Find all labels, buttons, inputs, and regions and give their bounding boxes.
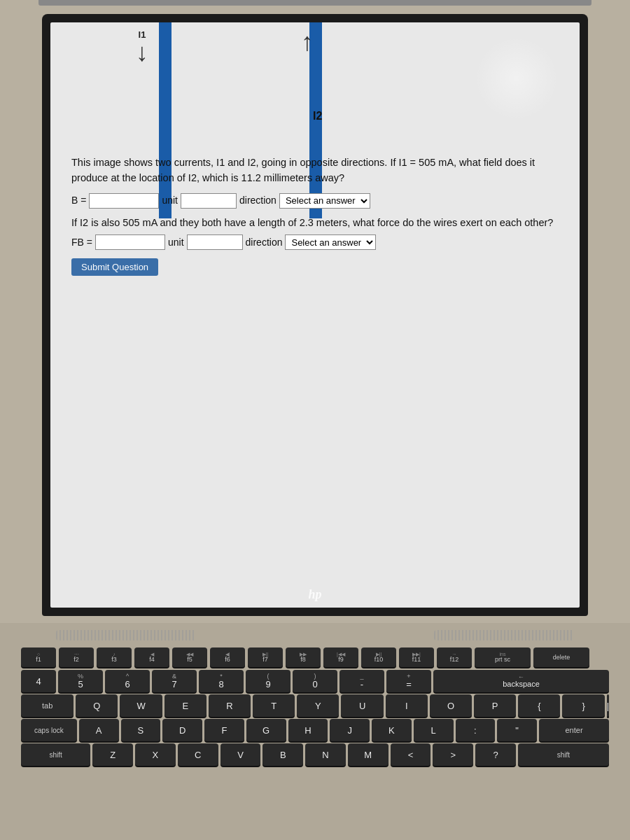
key-k[interactable]: K <box>372 719 412 741</box>
fb-unit-input[interactable] <box>187 234 243 250</box>
key-caps[interactable]: caps lock <box>21 719 77 741</box>
screen-glare <box>475 36 559 120</box>
hp-logo: hp <box>308 587 321 602</box>
submit-button[interactable]: Submit Question <box>71 258 158 276</box>
problem-area: This image shows two currents, I1 and I2… <box>64 148 566 283</box>
key-f[interactable]: F <box>204 719 244 741</box>
b-direction-select[interactable]: Select an answer Toward I2 Away from I2 … <box>279 193 370 209</box>
key-t[interactable]: T <box>253 694 295 717</box>
key-s[interactable]: S <box>121 719 161 741</box>
key-9[interactable]: ( 9 <box>246 670 290 692</box>
key-r[interactable]: R <box>209 694 251 717</box>
b-unit-input[interactable] <box>181 193 237 209</box>
b-value-input[interactable] <box>89 193 159 209</box>
key-a[interactable]: A <box>79 719 119 741</box>
key-5[interactable]: % 5 <box>58 670 103 692</box>
fn-key-row: ○ f1 ⋯ f2 ♪ f3 ◀ f4 ◀◀ f5 <box>21 648 609 667</box>
key-q[interactable]: Q <box>76 694 118 717</box>
key-backslash[interactable]: | <box>607 694 609 717</box>
laptop-hinge <box>38 0 592 6</box>
key-shift-right[interactable]: shift <box>518 743 609 766</box>
key-y[interactable]: Y <box>297 694 339 717</box>
key-slash[interactable]: ? <box>475 743 516 766</box>
key-comma[interactable]: < <box>391 743 431 766</box>
fb-value-input[interactable] <box>95 234 165 250</box>
key-6[interactable]: ^ 6 <box>105 670 150 692</box>
speaker-right <box>434 630 574 640</box>
key-f12[interactable]: → f12 <box>437 648 472 667</box>
key-0[interactable]: ) 0 <box>293 670 337 692</box>
key-quote[interactable]: " <box>497 719 537 741</box>
key-f6[interactable]: ◀| f6 <box>210 648 245 667</box>
key-p[interactable]: P <box>474 694 516 717</box>
i2-arrow: ↑ <box>301 29 314 55</box>
b-input-row: B = unit direction Select an answer Towa… <box>71 193 559 209</box>
asdf-row: caps lock A S D F G H J K L : " enter <box>21 719 609 741</box>
key-u[interactable]: U <box>341 694 383 717</box>
number-key-row: 4 % 5 ^ 6 & 7 * 8 ( <box>21 670 609 692</box>
fb-direction-select[interactable]: Select an answer Attractive Repulsive In… <box>285 234 376 250</box>
key-d[interactable]: D <box>162 719 202 741</box>
key-e[interactable]: E <box>164 694 206 717</box>
key-delete[interactable]: delete <box>533 648 589 667</box>
key-f2[interactable]: ⋯ f2 <box>59 648 94 667</box>
speaker-left <box>56 630 196 640</box>
key-v[interactable]: V <box>220 743 261 766</box>
key-prt-sc[interactable]: ins prt sc <box>475 648 531 667</box>
key-w[interactable]: W <box>120 694 162 717</box>
key-f9[interactable]: |◀◀ f9 <box>323 648 358 667</box>
key-f8[interactable]: ▶▶ f8 <box>286 648 321 667</box>
qwerty-row: tab Q W E R T Y U I O P { } | <box>21 694 609 717</box>
key-i[interactable]: I <box>386 694 428 717</box>
problem-text-2: If I2 is also 505 mA and they both have … <box>71 216 559 231</box>
key-f1[interactable]: ○ f1 <box>21 648 56 667</box>
laptop-body: I1 ↓ ↑ I2 This image shows two currents,… <box>0 0 630 840</box>
key-tab[interactable]: tab <box>21 694 74 717</box>
i2-label: I2 <box>313 110 322 122</box>
zxcv-row: shift Z X C V B N M < > ? shift <box>21 743 609 766</box>
key-g[interactable]: G <box>246 719 286 741</box>
key-f3[interactable]: ♪ f3 <box>97 648 132 667</box>
key-7[interactable]: & 7 <box>152 670 197 692</box>
key-f4[interactable]: ◀ f4 <box>134 648 169 667</box>
key-f11[interactable]: ▶▶| f11 <box>399 648 434 667</box>
fb-input-row: FB = unit direction Select an answer Att… <box>71 234 559 250</box>
direction-label-2: direction <box>246 235 283 250</box>
key-c[interactable]: C <box>178 743 218 766</box>
direction-label-1: direction <box>239 193 276 208</box>
key-o[interactable]: O <box>430 694 472 717</box>
key-j[interactable]: J <box>330 719 370 741</box>
key-open-bracket[interactable]: { <box>518 694 560 717</box>
key-shift-left[interactable]: shift <box>21 743 90 766</box>
keyboard-area: ○ f1 ⋯ f2 ♪ f3 ◀ f4 ◀◀ f5 <box>0 623 630 840</box>
key-h[interactable]: H <box>288 719 328 741</box>
key-n[interactable]: N <box>305 743 346 766</box>
b-label: B = <box>71 193 86 208</box>
key-backspace[interactable]: ← backspace <box>433 670 609 692</box>
key-minus[interactable]: _ - <box>340 670 384 692</box>
key-x[interactable]: X <box>135 743 176 766</box>
key-z[interactable]: Z <box>92 743 133 766</box>
key-equals[interactable]: + = <box>386 670 431 692</box>
key-l[interactable]: L <box>414 719 454 741</box>
problem-text-1: This image shows two currents, I1 and I2… <box>71 155 559 186</box>
key-close-bracket[interactable]: } <box>562 694 604 717</box>
key-f5[interactable]: ◀◀ f5 <box>172 648 207 667</box>
screen-content: I1 ↓ ↑ I2 This image shows two currents,… <box>50 22 580 608</box>
key-f7[interactable]: ▶|| f7 <box>248 648 283 667</box>
key-8[interactable]: * 8 <box>199 670 244 692</box>
i1-indicator: I1 ↓ <box>136 29 148 65</box>
key-m[interactable]: M <box>348 743 388 766</box>
key-4[interactable]: 4 <box>21 670 56 692</box>
key-b[interactable]: B <box>262 743 303 766</box>
key-enter[interactable]: enter <box>539 719 609 741</box>
key-period[interactable]: > <box>433 743 473 766</box>
key-f10[interactable]: ▶|| f10 <box>361 648 396 667</box>
fb-label: FB = <box>71 235 92 250</box>
key-semicolon[interactable]: : <box>456 719 496 741</box>
unit-label-1: unit <box>162 193 178 208</box>
i1-arrow: ↓ <box>136 40 148 65</box>
unit-label-2: unit <box>168 235 184 250</box>
screen-bezel: I1 ↓ ↑ I2 This image shows two currents,… <box>42 14 588 616</box>
i2-indicator: ↑ <box>301 29 314 55</box>
